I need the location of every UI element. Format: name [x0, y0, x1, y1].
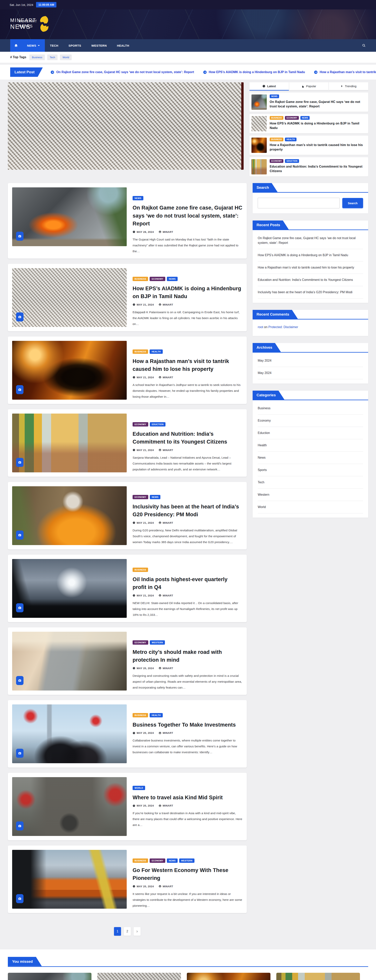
tab-latest[interactable]: Latest [249, 82, 289, 91]
you-missed-card[interactable]: BUSINESS ECONOMY NEWS How EPS’s AIADMK i… [97, 973, 181, 980]
article-title[interactable]: Go For Western Economy With These Pionee… [133, 866, 243, 882]
comment-author-link[interactable]: root [258, 325, 263, 329]
category-badge[interactable]: BUSINESS [270, 116, 283, 120]
camera-icon[interactable] [16, 458, 24, 467]
category-badge[interactable]: HEALTH [285, 138, 296, 141]
camera-icon[interactable] [16, 603, 24, 612]
category-link[interactable]: Eduction [258, 427, 363, 439]
article-image[interactable] [12, 632, 127, 690]
pagination-page-2[interactable]: 2 [124, 927, 131, 936]
category-badge[interactable]: HEALTH [150, 713, 163, 718]
category-badge[interactable]: ECONOMY [150, 277, 165, 281]
category-badge[interactable]: NEWS [270, 94, 279, 98]
camera-icon[interactable] [16, 312, 24, 321]
article-image[interactable] [12, 559, 127, 618]
archive-link[interactable]: May 2024 [258, 367, 363, 379]
category-link[interactable]: News [258, 452, 363, 464]
featured-post-card[interactable]: ECONOMY EDUCTION Education and Nutrition… [249, 157, 368, 177]
category-badge[interactable]: BUSINESS [133, 713, 148, 718]
nav-home[interactable] [10, 39, 22, 52]
category-badge[interactable]: ECONOMY [150, 859, 165, 863]
article-title[interactable]: Where to travel asia Kind Mid Spirit [133, 794, 243, 802]
article-title[interactable]: How EPS’s AIADMK is doing a Hindenburg o… [133, 285, 243, 301]
category-link[interactable]: Sports [258, 464, 363, 476]
featured-post-title[interactable]: How a Rajasthan man’s visit to tantrik c… [270, 143, 366, 152]
article-image[interactable] [12, 341, 127, 399]
category-badge[interactable]: NEWS [167, 859, 178, 863]
category-badge[interactable]: WORLD [133, 786, 145, 790]
search-input[interactable] [258, 198, 340, 208]
category-badge[interactable]: WESTERN [179, 859, 194, 863]
you-missed-card[interactable]: NEWS On Rajkot Game zone fire case, Guja… [8, 973, 92, 980]
article-title[interactable]: On Rajkot Game zone fire case, Gujarat H… [133, 204, 243, 228]
pagination-next[interactable]: › [133, 927, 141, 936]
article-image[interactable] [12, 486, 127, 545]
article-image[interactable] [12, 188, 127, 246]
featured-post-title[interactable]: How EPS’s AIADMK is doing a Hindenburg o… [270, 121, 366, 130]
article-title[interactable]: Oil India posts highest-ever quarterly p… [133, 576, 243, 591]
article-image[interactable] [12, 268, 127, 327]
hero-featured-image[interactable] [8, 82, 244, 170]
tag-chip[interactable]: Tech [47, 54, 57, 60]
search-button[interactable]: Search [342, 198, 363, 208]
article-title[interactable]: How a Rajasthan man’s visit to tantrik c… [133, 357, 243, 373]
category-link[interactable]: World [258, 501, 363, 513]
nav-item-health[interactable]: HEALTH [112, 39, 134, 52]
camera-icon[interactable] [16, 894, 24, 903]
category-link[interactable]: Economy [258, 415, 363, 427]
comment-post-link[interactable]: Protected: Disclaimer [268, 325, 298, 329]
camera-icon[interactable] [16, 232, 24, 241]
category-badge[interactable]: NEWS [300, 116, 310, 120]
category-link[interactable]: Business [258, 402, 363, 415]
category-badge[interactable]: BUSINESS [270, 138, 283, 141]
archive-link[interactable]: May 2024 [258, 355, 363, 367]
category-badge[interactable]: ECONOMY [285, 116, 299, 120]
category-link[interactable]: Western [258, 488, 363, 501]
category-badge[interactable]: BUSINESS [133, 568, 148, 572]
category-badge[interactable]: ECONOMY [133, 495, 148, 499]
featured-post-card[interactable]: BUSINESS ECONOMY NEWS How EPS’s AIADMK i… [249, 114, 368, 133]
recent-post-link[interactable]: Inclusivity has been at the heart of Ind… [258, 286, 363, 299]
category-badge[interactable]: NEWS [133, 196, 143, 200]
footer-logo[interactable]: MINEART NEWS [18, 18, 48, 30]
article-title[interactable]: Inclusivity has been at the heart of Ind… [133, 503, 243, 519]
category-badge[interactable]: WESTERN [150, 640, 165, 644]
ticker-item[interactable]: How a Rajasthan man’s visit to tantrik c… [314, 70, 376, 74]
search-toggle[interactable] [360, 39, 368, 52]
you-missed-card[interactable]: BUSINESS HEALTH How a Rajasthan man’s vi… [187, 973, 270, 980]
article-image[interactable] [12, 705, 127, 763]
nav-item-sports[interactable]: SPORTS [63, 39, 86, 52]
ticker-item[interactable]: On Rajkot Game zone fire case, Gujarat H… [51, 70, 194, 74]
featured-post-title[interactable]: Education and Nutrition: India’s Commitm… [270, 164, 366, 173]
article-title[interactable]: Education and Nutrition: India’s Commitm… [133, 430, 243, 446]
category-badge[interactable]: NEWS [167, 277, 178, 281]
featured-post-card[interactable]: NEWS On Rajkot Game zone fire case, Guja… [249, 92, 368, 112]
article-title[interactable]: Metro city’s should make road with prote… [133, 648, 243, 664]
ticker-item[interactable]: How EPS’s AIADMK is doing a Hindenburg o… [203, 70, 305, 74]
category-badge[interactable]: EDUCTION [150, 422, 166, 426]
pagination-page-1[interactable]: 1 [114, 927, 121, 936]
category-link[interactable]: Health [258, 439, 363, 452]
recent-post-link[interactable]: On Rajkot Game zone fire case, Gujarat H… [258, 232, 363, 249]
category-badge[interactable]: ECONOMY [270, 159, 283, 163]
article-image[interactable] [12, 414, 127, 473]
camera-icon[interactable] [16, 531, 24, 539]
recent-post-link[interactable]: How EPS’s AIADMK is doing a Hindenburg o… [258, 249, 363, 261]
tab-trending[interactable]: Trending [329, 82, 368, 91]
category-badge[interactable]: BUSINESS [133, 350, 148, 354]
nav-item-news[interactable]: NEWS [22, 39, 45, 52]
article-title[interactable]: Business Together To Make Investments [133, 721, 243, 729]
tag-chip[interactable]: Business [29, 54, 45, 60]
camera-icon[interactable] [16, 385, 24, 394]
camera-icon[interactable] [16, 821, 24, 830]
nav-item-western[interactable]: WESTERN [86, 39, 112, 52]
recent-post-link[interactable]: How a Rajasthan man’s visit to tantrik c… [258, 261, 363, 274]
nav-item-tech[interactable]: TECH [45, 39, 63, 52]
category-badge[interactable]: NEWS [150, 495, 160, 499]
article-image[interactable] [12, 850, 127, 908]
camera-icon[interactable] [16, 676, 24, 685]
category-badge[interactable]: BUSINESS [133, 277, 148, 281]
category-badge[interactable]: BUSINESS [133, 859, 148, 863]
featured-post-title[interactable]: On Rajkot Game zone fire case, Gujarat H… [270, 100, 366, 108]
camera-icon[interactable] [16, 749, 24, 758]
